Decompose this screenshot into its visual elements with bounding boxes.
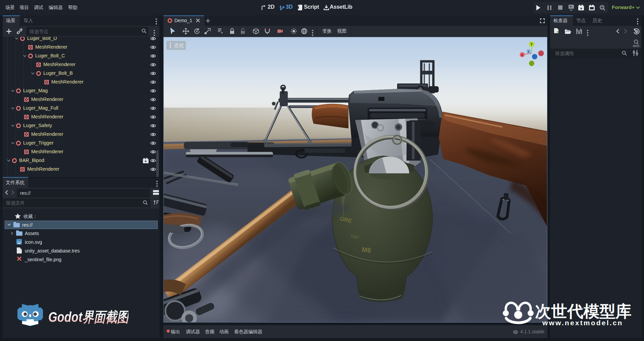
svg-text:M6: M6	[362, 246, 372, 254]
svg-text:Z: Z	[528, 50, 530, 53]
svg-text:X: X	[521, 53, 523, 57]
svg-text:DOC: DOC	[633, 44, 640, 48]
svg-text:Y: Y	[531, 43, 533, 46]
svg-text:透视: 透视	[174, 43, 184, 48]
